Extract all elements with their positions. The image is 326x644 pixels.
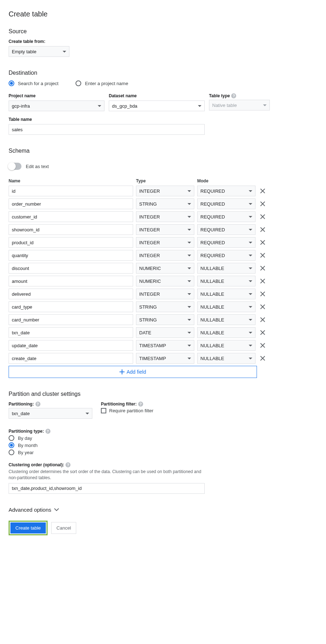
field-mode-select[interactable]: REQUIRED [197, 186, 256, 196]
field-name-input[interactable]: id [9, 186, 133, 196]
caret-down-icon [263, 104, 267, 106]
field-mode-select[interactable]: NULLABLE [197, 327, 256, 338]
edit-as-text-toggle[interactable] [9, 163, 21, 170]
enter-project-radio[interactable] [76, 80, 81, 86]
chevron-down-icon [54, 508, 59, 511]
field-type-select[interactable]: NUMERIC [136, 276, 194, 286]
remove-field-button[interactable] [258, 252, 267, 258]
close-icon [260, 343, 266, 348]
field-mode-select[interactable]: REQUIRED [197, 224, 256, 235]
remove-field-button[interactable] [258, 214, 267, 220]
caret-down-icon [249, 216, 252, 218]
schema-row: card_numberSTRINGNULLABLE [9, 314, 317, 325]
remove-field-button[interactable] [258, 265, 267, 271]
field-mode-select[interactable]: NULLABLE [197, 263, 256, 274]
remove-field-button[interactable] [258, 330, 267, 335]
caret-down-icon [249, 242, 252, 244]
field-type-select[interactable]: NUMERIC [136, 263, 194, 274]
partition-type-radio[interactable] [9, 449, 14, 455]
field-mode-select[interactable]: NULLABLE [197, 276, 256, 286]
field-name-input[interactable]: discount [9, 263, 133, 274]
field-mode-select[interactable]: NULLABLE [197, 314, 256, 325]
field-mode-select[interactable]: REQUIRED [197, 198, 256, 209]
field-type-select[interactable]: STRING [136, 314, 194, 325]
field-type-select[interactable]: INTEGER [136, 224, 194, 235]
field-mode-select[interactable]: NULLABLE [197, 289, 256, 299]
field-name-input[interactable]: showroom_id [9, 224, 133, 235]
table-type-select[interactable]: Native table [209, 100, 270, 110]
help-icon[interactable]: ? [45, 429, 50, 434]
field-mode-select[interactable]: NULLABLE [197, 340, 256, 351]
field-name-input[interactable]: card_number [9, 314, 133, 325]
create-table-button[interactable]: Create table [10, 522, 46, 534]
help-icon[interactable]: ? [231, 93, 236, 98]
caret-down-icon [63, 51, 66, 53]
field-name-input[interactable]: amount [9, 276, 133, 286]
remove-field-button[interactable] [258, 188, 267, 194]
field-mode-select[interactable]: NULLABLE [197, 353, 256, 364]
partition-type-radio[interactable] [9, 435, 14, 441]
field-name-input[interactable]: card_type [9, 301, 133, 312]
partitioning-value: txn_date [12, 411, 30, 416]
field-mode-select[interactable]: REQUIRED [197, 250, 256, 261]
field-type-select[interactable]: TIMESTAMP [136, 353, 194, 364]
help-icon[interactable]: ? [35, 402, 40, 407]
partition-type-option: By day [18, 436, 32, 441]
field-mode-select[interactable]: NULLABLE [197, 301, 256, 312]
field-name-input[interactable]: update_date [9, 340, 133, 351]
field-type-select[interactable]: STRING [136, 301, 194, 312]
clustering-input[interactable]: txn_date,product_id,showroom_id [9, 483, 205, 494]
add-field-button[interactable]: Add field [9, 366, 257, 378]
search-project-radio[interactable] [9, 80, 14, 86]
close-icon [260, 355, 266, 361]
advanced-options-toggle[interactable]: Advanced options [9, 507, 317, 513]
caret-down-icon [249, 332, 252, 334]
field-name-input[interactable]: quantity [9, 250, 133, 261]
require-filter-checkbox[interactable] [101, 408, 106, 413]
field-name-input[interactable]: create_date [9, 353, 133, 364]
field-type-select[interactable]: TIMESTAMP [136, 340, 194, 351]
remove-field-button[interactable] [258, 317, 267, 323]
field-type-select[interactable]: INTEGER [136, 186, 194, 196]
field-name-input[interactable]: product_id [9, 237, 133, 248]
schema-row: deliveredINTEGERNULLABLE [9, 289, 317, 299]
project-name-select[interactable]: gcp-infra [9, 100, 104, 111]
partition-type-radio[interactable] [9, 442, 14, 448]
field-name-input[interactable]: order_number [9, 198, 133, 209]
schema-row: order_numberSTRINGREQUIRED [9, 198, 317, 209]
caret-down-icon [249, 229, 252, 231]
field-type-select[interactable]: INTEGER [136, 289, 194, 299]
field-type-select[interactable]: INTEGER [136, 250, 194, 261]
help-icon[interactable]: ? [65, 462, 70, 467]
caret-down-icon [188, 332, 191, 334]
close-icon [260, 240, 266, 245]
partitioning-select[interactable]: txn_date [9, 408, 92, 419]
field-type-select[interactable]: STRING [136, 198, 194, 209]
field-type-select[interactable]: DATE [136, 327, 194, 338]
field-name-input[interactable]: delivered [9, 289, 133, 299]
close-icon [260, 214, 266, 220]
field-mode-select[interactable]: REQUIRED [197, 211, 256, 222]
remove-field-button[interactable] [258, 201, 267, 207]
remove-field-button[interactable] [258, 240, 267, 245]
field-name-input[interactable]: customer_id [9, 211, 133, 222]
schema-row: amountNUMERICNULLABLE [9, 276, 317, 286]
field-mode-select[interactable]: REQUIRED [197, 237, 256, 248]
cancel-button[interactable]: Cancel [51, 522, 76, 534]
remove-field-button[interactable] [258, 355, 267, 361]
remove-field-button[interactable] [258, 278, 267, 284]
create-from-select[interactable]: Empty table [9, 46, 69, 57]
field-type-select[interactable]: INTEGER [136, 237, 194, 248]
remove-field-button[interactable] [258, 291, 267, 297]
remove-field-button[interactable] [258, 304, 267, 310]
caret-down-icon [188, 216, 191, 218]
caret-down-icon [249, 203, 252, 205]
partition-type-option: By month [18, 443, 38, 448]
table-name-input[interactable]: sales [9, 124, 205, 135]
field-name-input[interactable]: txn_date [9, 327, 133, 338]
remove-field-button[interactable] [258, 227, 267, 232]
field-type-select[interactable]: INTEGER [136, 211, 194, 222]
dataset-name-select[interactable]: ds_gcp_bda [109, 100, 205, 111]
remove-field-button[interactable] [258, 343, 267, 348]
help-icon[interactable]: ? [138, 402, 143, 407]
